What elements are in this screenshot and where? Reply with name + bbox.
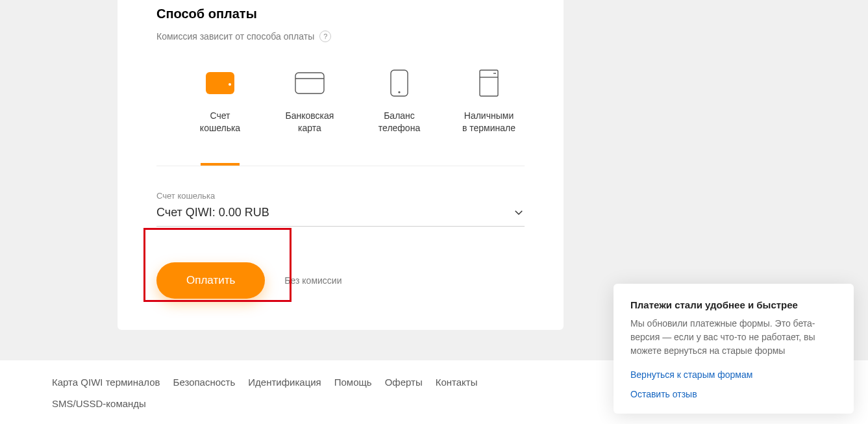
wallet-account-value: Счет QIWI: 0.00 RUB <box>156 206 269 219</box>
popup-link-back[interactable]: Вернуться к старым формам <box>630 369 837 380</box>
method-phone-label: Баланс телефона <box>378 110 420 134</box>
svg-point-1 <box>229 83 231 86</box>
method-phone[interactable]: Баланс телефона <box>368 68 430 134</box>
pay-row: Оплатить Без комиссии <box>156 262 525 299</box>
method-card[interactable]: Банковская карта <box>279 68 341 134</box>
payment-methods: Счет кошелька Банковская карта Баланс те… <box>156 68 525 134</box>
popup-link-feedback[interactable]: Оставить отзыв <box>630 389 837 399</box>
fee-hint-row: Комиссия зависит от способа оплаты ? <box>156 31 525 42</box>
svg-rect-6 <box>480 70 498 96</box>
fee-hint-text: Комиссия зависит от способа оплаты <box>156 31 314 42</box>
wallet-account-select[interactable]: Счет QIWI: 0.00 RUB <box>156 203 525 227</box>
footer-link-contacts[interactable]: Контакты <box>436 377 488 388</box>
pay-button[interactable]: Оплатить <box>156 262 265 299</box>
method-terminal[interactable]: Наличными в терминале <box>458 68 520 134</box>
popup-title: Платежи стали удобнее и быстрее <box>630 299 837 310</box>
wallet-account-field: Счет кошелька Счет QIWI: 0.00 RUB <box>156 191 525 227</box>
footer-link-help[interactable]: Помощь <box>334 377 372 388</box>
payment-method-title: Способ оплаты <box>156 6 525 21</box>
wallet-icon <box>206 68 234 98</box>
wallet-account-label: Счет кошелька <box>156 191 525 201</box>
terminal-icon <box>479 68 499 98</box>
method-terminal-label: Наличными в терминале <box>462 110 515 134</box>
divider <box>156 166 525 166</box>
svg-rect-0 <box>206 72 234 94</box>
chevron-down-icon <box>513 206 525 218</box>
phone-icon <box>390 68 408 98</box>
svg-rect-2 <box>295 73 324 94</box>
beta-popup: Платежи стали удобнее и быстрее Мы обнов… <box>614 284 854 414</box>
footer-link-offers[interactable]: Оферты <box>385 377 423 388</box>
footer-link-terminals[interactable]: Карта QIWI терминалов <box>52 377 160 388</box>
fee-note: Без комиссии <box>284 275 341 286</box>
method-card-label: Банковская карта <box>286 110 334 134</box>
svg-point-5 <box>398 91 400 93</box>
footer-links: Карта QIWI терминалов Безопасность Идент… <box>52 377 506 409</box>
footer-link-ident[interactable]: Идентификация <box>248 377 321 388</box>
footer-link-security[interactable]: Безопасность <box>173 377 236 388</box>
card-icon <box>295 68 325 98</box>
method-wallet[interactable]: Счет кошелька <box>189 68 251 134</box>
footer-link-sms[interactable]: SMS/USSD-команды <box>52 398 146 409</box>
payment-card: Способ оплаты Комиссия зависит от способ… <box>118 0 564 330</box>
method-wallet-label: Счет кошелька <box>200 110 240 134</box>
popup-text: Мы обновили платежные формы. Это бета-ве… <box>630 317 837 358</box>
help-icon[interactable]: ? <box>319 31 331 42</box>
